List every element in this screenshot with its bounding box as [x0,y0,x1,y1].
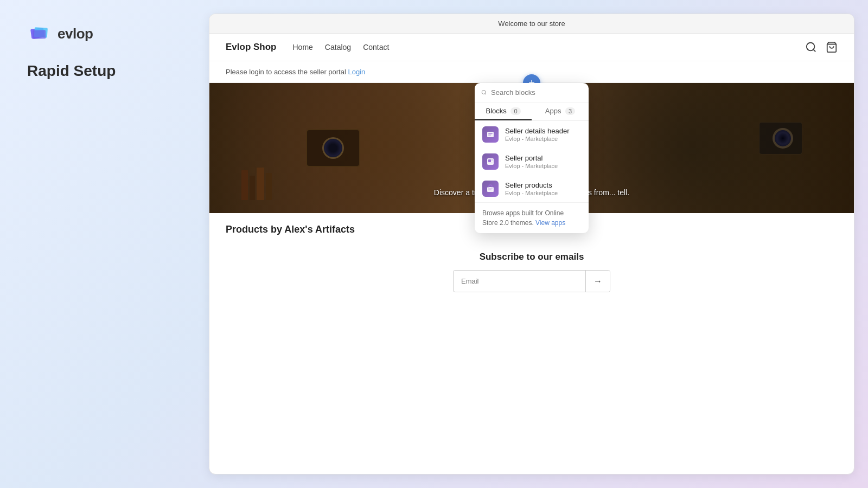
block-icon-seller-products [482,181,499,197]
evlop-logo-icon [27,22,51,46]
block-item-seller-details[interactable]: Seller details header Evlop - Marketplac… [475,121,589,148]
block-info-seller-portal: Seller portal Evlop - Marketplace [505,154,581,169]
login-notice-text: Please login to access the seller portal [226,68,346,76]
subscribe-email-input[interactable] [454,271,585,292]
view-apps-link[interactable]: View apps [535,219,565,227]
store-name: Evlop Shop [226,42,277,53]
block-name-seller-products: Seller products [505,181,581,189]
logo-text: evlop [58,25,93,42]
block-name-seller-details: Seller details header [505,127,581,135]
search-icon[interactable] [805,41,817,53]
svg-rect-18 [488,190,492,190]
svg-rect-9 [488,133,493,134]
apps-count: 3 [565,107,575,115]
subscribe-title: Subscribe to our emails [226,252,838,262]
store-announcement: Welcome to our store [209,14,854,34]
search-input-wrap [475,83,589,102]
store-nav: Evlop Shop Home Catalog Contact [209,34,854,61]
block-icon-seller-details [482,126,499,143]
svg-rect-2 [33,30,46,39]
store-nav-icons [805,41,838,53]
tabs-row: Blocks 0 Apps 3 [475,102,589,121]
logo-area: evlop [27,22,174,46]
block-source-seller-portal: Evlop - Marketplace [505,163,581,169]
block-info-seller-details: Seller details header Evlop - Marketplac… [505,127,581,142]
nav-link-home[interactable]: Home [293,43,313,52]
svg-line-4 [813,49,815,52]
subscribe-section: Subscribe to our emails → [209,241,854,303]
store-nav-links: Home Catalog Contact [293,43,806,52]
nav-link-catalog[interactable]: Catalog [325,43,351,52]
apps-footer: Browse apps built for Online Store 2.0 t… [475,202,589,233]
svg-rect-14 [492,159,493,160]
svg-rect-10 [488,134,492,135]
tab-apps[interactable]: Apps 3 [532,102,589,120]
subscribe-submit-button[interactable]: → [585,271,610,292]
svg-rect-13 [488,159,491,162]
svg-rect-11 [488,136,491,136]
block-item-seller-portal[interactable]: Seller portal Evlop - Marketplace [475,148,589,175]
sidebar-title: Rapid Setup [27,62,174,80]
search-blocks-dropdown: Blocks 0 Apps 3 [475,83,589,233]
block-info-seller-products: Seller products Evlop - Marketplace [505,181,581,196]
block-item-seller-products[interactable]: Seller products Evlop - Marketplace [475,175,589,202]
blocks-count: 0 [510,107,520,115]
subscribe-form: → [453,270,610,292]
tab-blocks[interactable]: Blocks 0 [475,102,532,120]
sidebar: evlop Rapid Setup [0,0,201,488]
search-blocks-icon [481,89,487,96]
svg-point-3 [807,43,815,51]
block-name-seller-portal: Seller portal [505,154,581,162]
svg-rect-17 [488,189,493,189]
svg-line-7 [485,93,486,94]
svg-point-6 [482,91,486,94]
hero-area: Discover a treasure tro... and unique ar… [209,83,854,213]
block-source-seller-details: Evlop - Marketplace [505,136,581,142]
svg-rect-15 [488,163,493,163]
block-source-seller-products: Evlop - Marketplace [505,190,581,196]
main-content: Welcome to our store Evlop Shop Home Cat… [209,14,854,474]
login-link[interactable]: Login [348,68,365,76]
cart-icon[interactable] [826,41,838,53]
block-icon-seller-portal [482,153,499,170]
nav-link-contact[interactable]: Contact [363,43,389,52]
search-blocks-input[interactable] [491,88,582,97]
